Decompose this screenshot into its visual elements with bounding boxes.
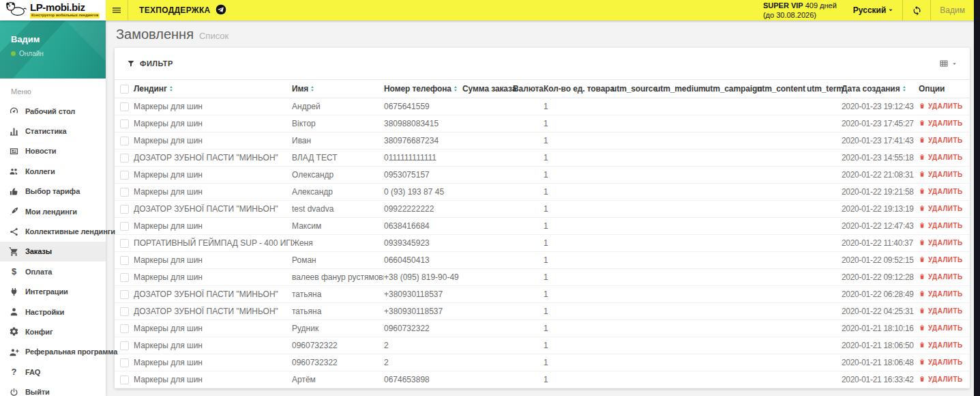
sidebar: Вадим Онлайн Меню Рабочий стол Статистик… (0, 20, 106, 396)
table-grid-icon (939, 59, 949, 68)
payment-icon: $ (8, 266, 20, 277)
column-header[interactable]: Дата создания (842, 80, 919, 98)
delete-button[interactable]: УДАЛИТЬ (919, 119, 962, 127)
table-row: ДОЗАТОР ЗУБНОЇ ПАСТИ "МИНЬОН" татьяна +3… (115, 303, 970, 320)
cell-utm-medium (655, 303, 705, 320)
trash-icon (919, 222, 925, 229)
table-header-row: Лендинг Имя Номер телефона Сумма заказа … (115, 80, 970, 98)
online-status-icon (11, 51, 16, 56)
delete-button[interactable]: УДАЛИТЬ (919, 358, 962, 366)
row-checkbox[interactable] (120, 119, 129, 128)
delete-button[interactable]: УДАЛИТЬ (919, 102, 962, 110)
cell-utm-content (757, 167, 807, 184)
cell-utm-source (612, 218, 655, 235)
column-header[interactable]: Лендинг (134, 80, 292, 98)
row-checkbox[interactable] (120, 324, 129, 333)
delete-button[interactable]: УДАЛИТЬ (919, 376, 962, 383)
cell-created-date: 2020-01-22 09:12:28 (842, 269, 919, 286)
language-selector[interactable]: Русский (845, 5, 903, 15)
cell-created-date: 2020-01-23 14:55:18 (842, 150, 919, 167)
trash-icon (919, 341, 925, 348)
column-label: utm_term (807, 84, 844, 94)
delete-button[interactable]: УДАЛИТЬ (919, 290, 962, 298)
row-checkbox[interactable] (120, 154, 129, 162)
news-icon (8, 145, 20, 156)
orders-card: ФИЛЬТР Лендинг (115, 48, 970, 388)
table-row: Маркеры для шин Артём 0674653898 1 2020-… (115, 371, 970, 388)
app-logo[interactable]: LP-mobi.biz Конструктор мобильных лендин… (0, 0, 106, 20)
cell-utm-term (807, 235, 842, 252)
sidebar-item-colleagues[interactable]: Коллеги (0, 161, 106, 181)
cell-phone: 0 (93) 193 87 45 (384, 184, 462, 201)
sidebar-item-my-landings[interactable]: Мои лендинги (0, 201, 106, 221)
delete-button[interactable]: УДАЛИТЬ (919, 307, 962, 315)
row-checkbox[interactable] (120, 307, 129, 316)
cell-phone: 0660450413 (384, 252, 462, 269)
cell-name: Олександр (292, 167, 384, 184)
row-checkbox[interactable] (120, 171, 129, 180)
column-header[interactable]: Имя (292, 80, 384, 98)
delete-button[interactable]: УДАЛИТЬ (919, 324, 962, 332)
delete-button[interactable]: УДАЛИТЬ (919, 205, 962, 212)
delete-button[interactable]: УДАЛИТЬ (919, 239, 962, 246)
cell-quantity: 1 (544, 150, 612, 167)
menu-toggle-button[interactable] (106, 0, 128, 20)
table-row: ДОЗАТОР ЗУБНОЇ ПАСТИ "МИНЬОН" test dvadv… (115, 201, 970, 218)
support-button[interactable]: ТЕХПОДДЕРЖКА (128, 0, 237, 20)
filter-button[interactable]: ФИЛЬТР (127, 59, 173, 68)
delete-button[interactable]: УДАЛИТЬ (919, 341, 962, 349)
row-checkbox[interactable] (120, 239, 129, 248)
row-checkbox[interactable] (120, 341, 129, 350)
cell-utm-campaign (705, 98, 757, 115)
cell-name: Максим (292, 218, 384, 235)
sidebar-item-faq[interactable]: ? FAQ (0, 362, 106, 382)
delete-button[interactable]: УДАЛИТЬ (919, 137, 962, 144)
row-checkbox[interactable] (120, 358, 129, 367)
cell-utm-medium (655, 337, 705, 354)
row-checkbox[interactable] (120, 205, 129, 214)
logout-icon (8, 386, 20, 396)
cell-utm-campaign (705, 167, 757, 184)
column-label: Лендинг (134, 84, 167, 94)
sidebar-item-orders[interactable]: Заказы (0, 242, 106, 261)
delete-button[interactable]: УДАЛИТЬ (919, 171, 962, 178)
sidebar-menu: Рабочий стол Статистика Новости Коллеги … (0, 101, 106, 396)
row-checkbox[interactable] (120, 273, 129, 282)
topbar-username[interactable]: Вадим (931, 5, 974, 15)
cell-created-date: 2020-01-22 11:40:37 (842, 235, 919, 252)
refresh-button[interactable] (903, 0, 930, 20)
sidebar-item-tariff[interactable]: Выбор тарифа (0, 182, 106, 201)
row-checkbox[interactable] (120, 102, 129, 111)
row-checkbox[interactable] (120, 222, 129, 231)
sidebar-item-logout[interactable]: Выйти (0, 382, 106, 396)
row-checkbox[interactable] (120, 290, 129, 299)
select-all-checkbox[interactable] (120, 85, 129, 94)
scrollbar[interactable] (974, 0, 980, 396)
column-header[interactable]: Номер телефона (384, 80, 462, 98)
row-checkbox[interactable] (120, 137, 129, 145)
row-checkbox[interactable] (120, 376, 129, 384)
sort-icon (901, 85, 908, 92)
sidebar-item-collective-landings[interactable]: Коллективные лендинги (0, 221, 106, 241)
row-checkbox[interactable] (120, 188, 129, 197)
delete-button[interactable]: УДАЛИТЬ (919, 256, 962, 264)
sidebar-item-statistics[interactable]: Статистика (0, 121, 106, 141)
column-settings-button[interactable] (939, 57, 957, 70)
sidebar-item-config[interactable]: Конфиг (0, 322, 106, 341)
delete-button[interactable]: УДАЛИТЬ (919, 188, 962, 195)
cell-sum (462, 184, 513, 201)
cell-name: Рудник (292, 320, 384, 337)
row-checkbox[interactable] (120, 256, 129, 265)
sidebar-item-settings[interactable]: Настройки (0, 302, 106, 322)
sidebar-item-referral[interactable]: Реферальная программа (0, 342, 106, 362)
trash-icon (919, 239, 925, 246)
sidebar-item-dashboard[interactable]: Рабочий стол (0, 101, 106, 121)
cell-quantity: 1 (544, 184, 612, 201)
sidebar-item-payment[interactable]: $ Оплата (0, 261, 106, 281)
delete-button[interactable]: УДАЛИТЬ (919, 154, 962, 161)
cell-utm-campaign (705, 354, 757, 371)
delete-button[interactable]: УДАЛИТЬ (919, 273, 962, 281)
sidebar-item-news[interactable]: Новости (0, 141, 106, 161)
sidebar-item-integrations[interactable]: Интеграции (0, 282, 106, 302)
delete-button[interactable]: УДАЛИТЬ (919, 222, 962, 229)
